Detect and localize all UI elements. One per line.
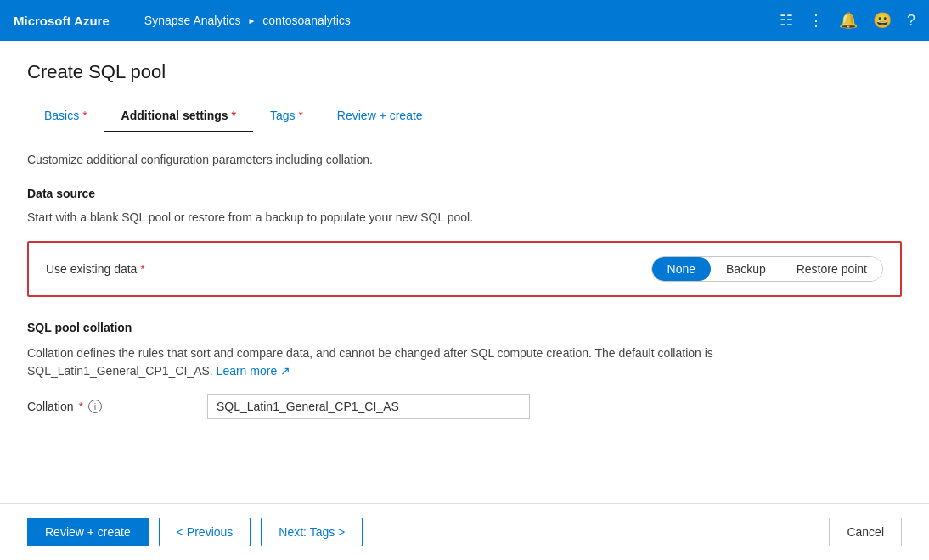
topbar-divider [127, 10, 127, 31]
breadcrumb: Synapse Analytics ► contosoanalytics [144, 14, 351, 27]
tab-basics-required: * [82, 109, 87, 122]
next-tags-button[interactable]: Next: Tags > [261, 518, 363, 546]
data-source-description: Start with a blank SQL pool or restore f… [27, 210, 902, 224]
page-title: Create SQL pool [27, 61, 902, 83]
face-icon[interactable]: 😀 [873, 11, 892, 30]
use-existing-data-row: Use existing data * None Backup Restore … [27, 241, 902, 297]
breadcrumb-synapse[interactable]: Synapse Analytics [144, 14, 241, 27]
breadcrumb-chevron: ► [247, 16, 256, 25]
use-existing-label: Use existing data * [46, 262, 216, 276]
tab-additional-settings-label: Additional settings [121, 109, 228, 122]
topbar-icons: ☷ ⋮ 🔔 😀 ? [780, 11, 915, 30]
help-icon[interactable]: ? [907, 12, 915, 30]
data-source-title: Data source [27, 187, 902, 200]
learn-more-link[interactable]: Learn more ↗ [217, 364, 290, 378]
tab-basics-label: Basics [44, 109, 79, 122]
collation-description: Collation defines the rules that sort an… [27, 344, 902, 380]
tab-additional-settings-required: * [231, 109, 235, 122]
toggle-backup[interactable]: Backup [711, 257, 781, 281]
tab-basics[interactable]: Basics * [27, 100, 104, 132]
toggle-restore-point[interactable]: Restore point [781, 257, 882, 281]
page-header: Create SQL pool [0, 41, 929, 83]
previous-button[interactable]: < Previous [159, 518, 251, 546]
page-wrapper: Create SQL pool Basics * Additional sett… [0, 41, 929, 560]
brand-name: Microsoft Azure [14, 14, 110, 28]
use-existing-required: * [140, 262, 144, 276]
collation-label: Collation * i [27, 400, 197, 413]
portal-icon[interactable]: ☷ [780, 11, 793, 30]
collation-input[interactable] [207, 394, 530, 419]
review-create-button[interactable]: Review + create [27, 518, 149, 546]
topbar: Microsoft Azure Synapse Analytics ► cont… [0, 0, 929, 41]
collation-info-icon[interactable]: i [88, 400, 102, 413]
tab-tags-required: * [298, 109, 302, 122]
tabs: Basics * Additional settings * Tags * Re… [0, 100, 929, 132]
tab-tags[interactable]: Tags * [253, 100, 320, 132]
collation-title: SQL pool collation [27, 321, 902, 334]
breadcrumb-workspace[interactable]: contosoanalytics [262, 14, 351, 27]
footer: Review + create < Previous Next: Tags > … [0, 503, 929, 560]
tab-additional-settings[interactable]: Additional settings * [104, 100, 253, 132]
grid-icon[interactable]: ⋮ [808, 11, 824, 30]
collation-row: Collation * i [27, 394, 902, 419]
form-description: Customize additional configuration param… [27, 153, 902, 166]
data-source-section: Data source Start with a blank SQL pool … [27, 187, 902, 297]
use-existing-toggle-group[interactable]: None Backup Restore point [651, 256, 883, 282]
form-area: Customize additional configuration param… [0, 132, 929, 440]
bell-icon[interactable]: 🔔 [839, 11, 858, 30]
toggle-none[interactable]: None [652, 257, 711, 281]
collation-required: * [78, 400, 82, 413]
tab-review-create-label: Review + create [337, 109, 423, 122]
cancel-button[interactable]: Cancel [829, 518, 902, 546]
tab-tags-label: Tags [270, 109, 296, 122]
collation-section: SQL pool collation Collation defines the… [27, 321, 902, 419]
tab-review-create[interactable]: Review + create [320, 100, 440, 132]
